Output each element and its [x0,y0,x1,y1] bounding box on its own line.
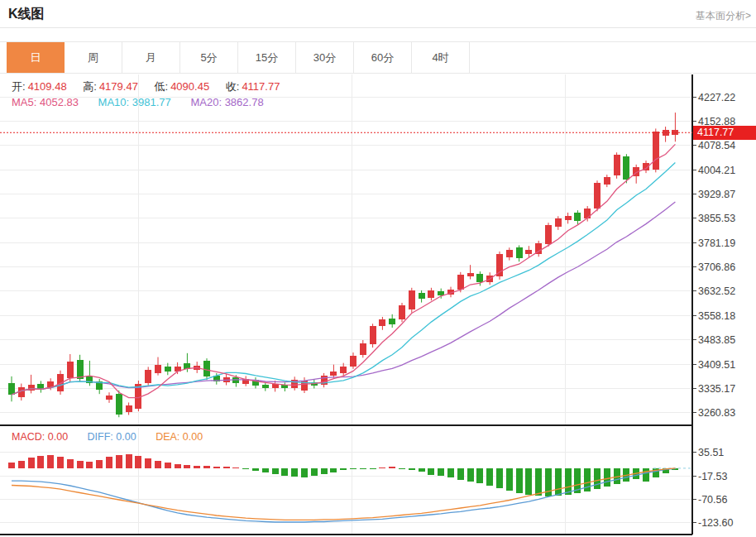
macd-bar [213,467,220,468]
macd-bar [457,468,464,480]
macd-bar [28,458,35,468]
macd-bar [594,468,600,489]
macd-bar [272,468,279,474]
ma20-value: 3862.78 [225,96,264,108]
macd-bar [252,468,259,471]
macd-bar [145,458,151,468]
macd-bar [379,467,385,469]
y-axis-label: 3781.19 [698,237,735,249]
candle [370,326,376,344]
y-axis-label: 3855.53 [698,213,735,224]
low-label: 低: [155,79,169,94]
macd-bar [223,467,230,468]
y-axis-label: 4004.21 [698,165,735,176]
ma10-label: MA10: 3981.77 [98,96,171,108]
close-label: 收: [226,79,240,94]
macd-bar [116,455,122,468]
macd-bar [184,465,190,468]
macd-bar [155,461,161,468]
high-value: 4179.47 [99,80,138,93]
macd-bar [321,468,328,474]
ma10-line [12,163,675,396]
candle [155,365,161,372]
diff-value-label: DIFF: 0.00 [88,431,136,443]
macd-bar [165,463,171,468]
macd-bar [360,468,366,470]
candle [438,291,444,295]
y-axis-label: 3929.87 [698,189,735,200]
dea-value-label: DEA: 0.00 [156,431,203,443]
macd-axis-label: -17.53 [698,471,727,482]
macd-bar [428,468,434,475]
candle [525,250,532,254]
macd-bar [194,466,200,468]
macd-value-label: MACD: 0.00 [12,431,68,443]
candle [340,367,347,373]
candle [67,362,74,378]
candle [457,275,464,289]
ma5-label: MA5: 4052.83 [12,96,79,108]
macd-bar [77,461,84,468]
candle [574,213,581,221]
ma20-label: MA20: 3862.78 [190,96,263,108]
candle [516,247,523,258]
ma5-line [12,144,675,397]
candle [399,305,405,319]
y-axis-label: 4227.22 [698,92,735,103]
macd-bar [419,468,425,472]
macd-bar [350,468,356,470]
macd-bar [447,468,454,478]
candle [203,361,210,376]
macd-bar [604,468,610,487]
candle [419,293,425,299]
candle [555,218,562,227]
macd-bar [330,468,337,472]
macd-bar [506,468,513,491]
candle [545,225,552,244]
macd-bar [37,456,44,468]
candle [106,396,112,400]
candle [428,290,434,298]
candle [116,394,122,415]
candle [409,290,415,309]
macd-legend: MACD: 0.00 DIFF: 0.00 DEA: 0.00 [12,431,203,443]
macd-bar [135,456,141,468]
candle [594,183,600,209]
candle [623,156,629,180]
open-label: 开: [12,79,26,94]
macd-bar [525,468,532,495]
macd-bar [409,468,415,471]
candle [506,250,513,257]
macd-bar [232,467,239,469]
candle [126,405,132,412]
macd-bar [96,460,103,468]
macd-bar [565,468,572,495]
macd-bar [340,468,347,471]
macd-bar [643,468,649,482]
macd-bar [438,468,444,477]
candle [330,372,337,376]
macd-axis-label: -70.56 [698,494,727,506]
macd-bar [516,468,523,493]
y-axis-label: 3260.83 [698,407,735,419]
y-axis-label: 3409.51 [698,359,735,371]
macd-bar [291,468,298,477]
candle [301,381,308,391]
y-axis-label: 3706.86 [698,261,735,273]
high-label: 高: [83,79,97,94]
y-axis-label: 3632.52 [698,285,735,297]
macd-bar [467,468,474,482]
candle [145,370,151,382]
macd-bar [535,468,542,496]
open-value: 4109.48 [28,80,67,93]
macd-bar [175,464,181,468]
macd-bar [496,468,503,488]
candle [350,356,356,367]
y-axis-label: 3483.85 [698,334,735,346]
macd-bar [8,463,15,467]
candle [467,273,474,277]
candle [379,319,385,326]
macd-bar [370,468,376,470]
candle [476,274,483,282]
macd-bar [57,457,64,468]
